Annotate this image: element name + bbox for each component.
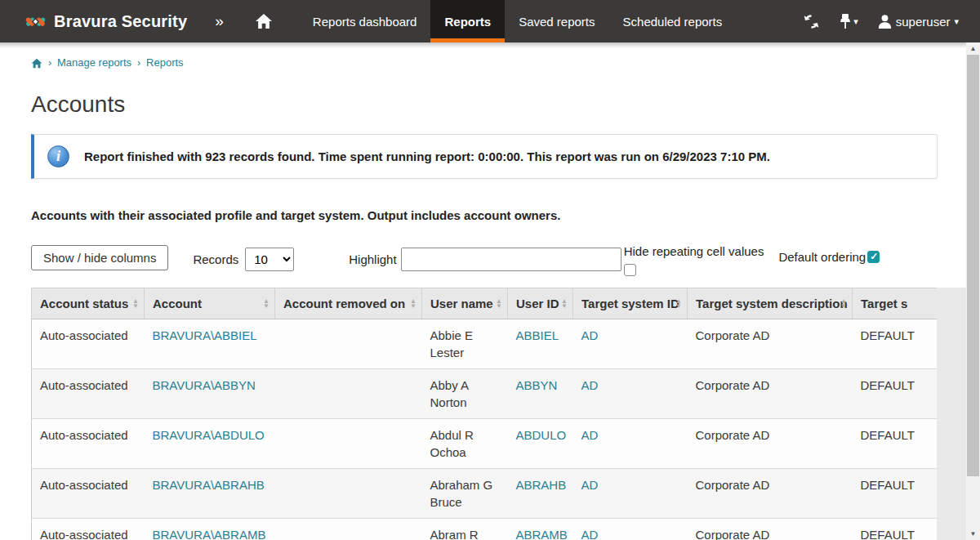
hide-repeating-label: Hide repeating cell values bbox=[624, 245, 764, 257]
default-ordering-label: Default ordering bbox=[778, 250, 866, 264]
default-ordering-checkbox[interactable] bbox=[867, 251, 880, 263]
target-system-id-link[interactable]: AD bbox=[581, 378, 599, 392]
sort-icon: ▲▼ bbox=[561, 299, 568, 309]
target-system-id-link[interactable]: AD bbox=[581, 328, 599, 342]
cell-account-removed-on bbox=[275, 519, 422, 540]
cell-user-name: Abby A Norton bbox=[422, 369, 508, 419]
column-label: Account removed on bbox=[283, 297, 405, 310]
refresh-icon bbox=[803, 13, 820, 30]
brand[interactable]: Bravura Security bbox=[0, 0, 198, 42]
target-system-id-link[interactable]: AD bbox=[581, 428, 599, 442]
nav-item-scheduled-reports[interactable]: Scheduled reports bbox=[609, 0, 737, 42]
column-label: Target system description bbox=[696, 297, 848, 310]
cell-target-system-id: AD bbox=[573, 369, 688, 419]
scroll-down-arrow-icon[interactable]: ▼ bbox=[966, 528, 980, 540]
column-label: Account bbox=[153, 297, 202, 310]
user-name: superuser bbox=[896, 15, 951, 29]
home-icon bbox=[31, 58, 42, 69]
navbar-right: ▾ superuser ▾ bbox=[803, 0, 980, 42]
refresh-button[interactable] bbox=[803, 13, 820, 30]
pin-menu-button[interactable]: ▾ bbox=[840, 13, 858, 29]
cell-user-name: Abdul R Ochoa bbox=[422, 419, 508, 469]
breadcrumb-manage-reports[interactable]: Manage reports bbox=[57, 56, 131, 69]
column-header-target-s[interactable]: Target s▲▼ bbox=[853, 288, 938, 319]
highlight-label: Highlight bbox=[349, 252, 396, 266]
highlight-input[interactable] bbox=[401, 248, 621, 271]
table-area: Account status▲▼Account▲▼Account removed… bbox=[31, 288, 967, 540]
page-title: Accounts bbox=[31, 91, 949, 118]
report-status-alert: i Report finished with 923 records found… bbox=[31, 134, 938, 179]
alert-text: Report finished with 923 records found. … bbox=[84, 150, 770, 163]
column-header-account[interactable]: Account▲▼ bbox=[145, 288, 275, 319]
scroll-up-arrow-icon[interactable]: ▲ bbox=[966, 42, 980, 55]
cell-account-removed-on bbox=[275, 469, 422, 519]
scrollbar-thumb[interactable] bbox=[967, 55, 979, 476]
breadcrumb-home-button[interactable] bbox=[31, 57, 42, 69]
column-header-account-status[interactable]: Account status▲▼ bbox=[32, 288, 145, 319]
user-id-link[interactable]: ABRAMB bbox=[516, 528, 568, 540]
cell-account: BRAVURA\ABDULO bbox=[145, 419, 275, 469]
default-ordering-control: Default ordering bbox=[778, 250, 880, 264]
pin-icon bbox=[840, 13, 851, 29]
cell-target-system-id: AD bbox=[573, 469, 688, 519]
cell-target-system-description: Corporate AD bbox=[688, 519, 853, 540]
user-id-link[interactable]: ABBYN bbox=[516, 378, 558, 392]
column-header-user-name[interactable]: User name▲▼ bbox=[422, 288, 508, 319]
vertical-scrollbar[interactable]: ▲ ▼ bbox=[966, 42, 980, 540]
account-link[interactable]: BRAVURA\ABDULO bbox=[153, 428, 265, 442]
column-header-target-system-description[interactable]: Target system description▲▼ bbox=[688, 288, 853, 319]
account-link[interactable]: BRAVURA\ABRAHB bbox=[153, 478, 265, 492]
cell-user-id: ABBIEL bbox=[508, 319, 573, 369]
show-hide-columns-button[interactable]: Show / hide columns bbox=[31, 245, 168, 270]
nav-item-reports[interactable]: Reports bbox=[430, 0, 505, 42]
account-link[interactable]: BRAVURA\ABRAMB bbox=[153, 528, 266, 540]
table-header: Account status▲▼Account▲▼Account removed… bbox=[32, 288, 938, 319]
cell-account-status: Auto-associated bbox=[32, 519, 145, 540]
column-label: User name bbox=[430, 297, 493, 310]
sort-icon: ▲▼ bbox=[410, 299, 416, 309]
home-button[interactable] bbox=[240, 0, 287, 42]
account-link[interactable]: BRAVURA\ABBIEL bbox=[153, 328, 257, 342]
cell-account: BRAVURA\ABRAHB bbox=[145, 469, 275, 519]
cell-target-system-id: AD bbox=[573, 419, 688, 469]
target-system-id-link[interactable]: AD bbox=[581, 528, 599, 540]
cell-user-name: Abbie E Lester bbox=[422, 319, 508, 369]
column-header-account-removed-on[interactable]: Account removed on▲▼ bbox=[275, 288, 422, 319]
user-menu-button[interactable]: superuser ▾ bbox=[878, 14, 959, 29]
cell-target-system-description: Corporate AD bbox=[688, 469, 853, 519]
cell-account-status: Auto-associated bbox=[32, 469, 145, 519]
sort-icon: ▲▼ bbox=[263, 299, 270, 309]
nav-item-saved-reports[interactable]: Saved reports bbox=[505, 0, 608, 42]
report-description: Accounts with their associated profile a… bbox=[31, 208, 949, 222]
column-header-target-system-id[interactable]: Target system ID▲▼ bbox=[573, 288, 688, 319]
cell-account-removed-on bbox=[275, 369, 422, 419]
table-row: Auto-associatedBRAVURA\ABBYNAbby A Norto… bbox=[32, 369, 938, 419]
column-header-user-id[interactable]: User ID▲▼ bbox=[508, 288, 573, 319]
user-id-link[interactable]: ABRAHB bbox=[516, 478, 567, 492]
records-select[interactable]: 10 bbox=[245, 248, 294, 271]
cell-target-s: DEFAULT bbox=[853, 419, 938, 469]
cell-user-id: ABRAHB bbox=[508, 469, 573, 519]
account-link[interactable]: BRAVURA\ABBYN bbox=[153, 378, 256, 392]
user-id-link[interactable]: ABDULO bbox=[516, 428, 567, 442]
table-controls: Show / hide columns Records 10 Highlight… bbox=[31, 245, 949, 273]
target-system-id-link[interactable]: AD bbox=[581, 478, 599, 492]
table-row: Auto-associatedBRAVURA\ABRAHBAbraham G B… bbox=[32, 469, 938, 519]
cell-account: BRAVURA\ABBIEL bbox=[145, 319, 275, 369]
cell-user-name: Abram R Barron bbox=[422, 519, 508, 540]
main-nav: Reports dashboardReportsSaved reportsSch… bbox=[299, 0, 736, 42]
cell-target-s: DEFAULT bbox=[853, 319, 938, 369]
breadcrumb-separator: › bbox=[48, 57, 51, 69]
brand-name: Bravura Security bbox=[54, 12, 187, 31]
accounts-table: Account status▲▼Account▲▼Account removed… bbox=[31, 288, 937, 540]
hide-repeating-checkbox[interactable] bbox=[624, 264, 636, 276]
cell-user-id: ABDULO bbox=[508, 419, 573, 469]
breadcrumb-reports[interactable]: Reports bbox=[146, 56, 184, 69]
column-label: User ID bbox=[516, 297, 559, 310]
cell-user-id: ABBYN bbox=[508, 369, 573, 419]
nav-item-reports-dashboard[interactable]: Reports dashboard bbox=[299, 0, 431, 42]
sort-icon: ▲▼ bbox=[132, 299, 139, 309]
chevron-double-icon[interactable]: » bbox=[198, 0, 240, 42]
user-id-link[interactable]: ABBIEL bbox=[516, 328, 559, 342]
hide-repeating-control: Hide repeating cell values bbox=[624, 245, 764, 276]
